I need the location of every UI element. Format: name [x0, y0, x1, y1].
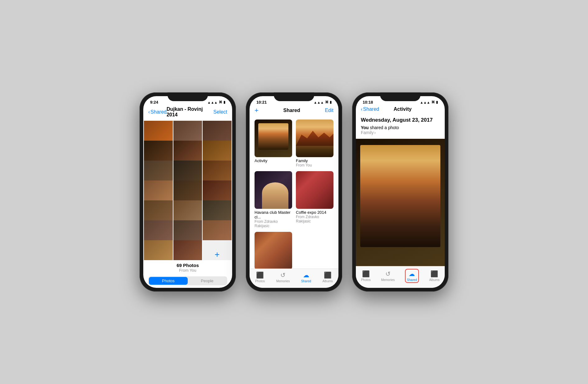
activity-link[interactable]: Family › [361, 130, 440, 135]
activity-date: Wednesday, August 23, 2017 [361, 117, 440, 123]
activity-thumb [255, 119, 292, 157]
phone-1: 9:24 ▲▲▲ ⌘ ▮ ‹ Shared Dujkan - Rovinj 20… [140, 92, 236, 292]
signal-icon-1: ▲▲▲ [207, 101, 218, 104]
shared-item-expo[interactable]: Coffie expo 2014 From Zdravko Rakijasic [296, 171, 333, 228]
havana-thumb-img [255, 171, 292, 209]
nav-bar-3: ‹ Shared Activity [356, 106, 445, 115]
family-thumb-img [296, 119, 333, 157]
wifi-icon-2: ⌘ [325, 100, 328, 104]
photo-cell-19[interactable] [144, 240, 173, 260]
memories-tab-label-2: Memories [276, 279, 290, 283]
expo-sub: From Zdravko Rakijasic [296, 215, 333, 223]
segment-control: Photos People [148, 276, 227, 285]
shared-item-havana[interactable]: Havana club Master cl... From Zdravko Ra… [255, 171, 292, 228]
albums-tab-label-2: Albums [322, 279, 333, 283]
memories-tab-icon-3: ↺ [385, 270, 391, 278]
back-button-1[interactable]: ‹ Shared [148, 109, 167, 115]
select-button-1[interactable]: Select [214, 109, 227, 115]
albums-tab-icon-3: ⬛ [430, 270, 438, 278]
add-button-2[interactable]: + [255, 106, 259, 115]
chevron-left-icon-1: ‹ [148, 109, 150, 115]
photos-tab-label-3: Photos [361, 278, 371, 282]
phone-3: 10:18 ▲▲▲ ⌘ ▮ ‹ Shared Activity Wednesda… [352, 92, 448, 292]
family-sub: From You [296, 163, 333, 167]
status-icons-1: ▲▲▲ ⌘ ▮ [207, 100, 225, 104]
tab-photos-2[interactable]: ⬛ Photos [255, 271, 265, 283]
shared-item-dujkan[interactable]: Dujkan - Rovinj 2014 [255, 232, 292, 269]
battery-icon-2: ▮ [330, 100, 332, 104]
activity-name: Activity [255, 158, 292, 163]
shared-tab-label-3: Shared [407, 278, 417, 282]
photo-count: 69 Photos [143, 263, 232, 268]
battery-icon-1: ▮ [223, 100, 225, 104]
activity-you: You [361, 125, 369, 130]
activity-thumb-img [255, 119, 292, 157]
nav-bar-1: ‹ Shared Dujkan - Rovinj 2014 Select [143, 106, 232, 120]
memories-tab-label-3: Memories [381, 278, 395, 282]
expo-thumb [296, 171, 333, 209]
tab-memories-3[interactable]: ↺ Memories [381, 270, 395, 282]
status-time-2: 10:21 [256, 100, 267, 105]
photos-tab-label-2: Photos [255, 279, 265, 283]
tab-shared-3[interactable]: ☁ Shared [405, 269, 419, 283]
shared-tab-label-2: Shared [301, 279, 311, 283]
havana-name: Havana club Master cl... [255, 210, 292, 219]
tab-bar-3: ⬛ Photos ↺ Memories ☁ Shared ⬛ Albums [356, 266, 445, 288]
shared-tab-icon-3: ☁ [409, 270, 415, 278]
album-link-label: Family [361, 130, 374, 135]
wifi-icon-3: ⌘ [431, 100, 435, 104]
photos-tab-icon-3: ⬛ [362, 270, 370, 278]
activity-photo[interactable] [356, 139, 445, 266]
notch-2 [274, 92, 314, 101]
photo-from: From You [143, 268, 232, 273]
photo-grid-1: + [143, 120, 232, 260]
nav-title-2: Shared [283, 108, 300, 113]
status-icons-2: ▲▲▲ ⌘ ▮ [314, 100, 332, 104]
signal-icon-3: ▲▲▲ [420, 101, 430, 104]
wifi-icon-1: ⌘ [219, 100, 222, 104]
notch-3 [380, 92, 420, 101]
back-label-3: Shared [363, 106, 379, 112]
add-icon: + [214, 250, 219, 260]
activity-header: Wednesday, August 23, 2017 You shared a … [356, 115, 445, 139]
dujkan-thumb-img [255, 232, 292, 269]
laptop-screen [360, 145, 440, 247]
tab-albums-3[interactable]: ⬛ Albums [429, 270, 439, 282]
back-button-3[interactable]: ‹ Shared [361, 106, 379, 112]
tab-bar-2: ⬛ Photos ↺ Memories ☁ Shared ⬛ Albums [250, 269, 338, 288]
signal-icon-2: ▲▲▲ [314, 101, 324, 104]
nav-title-1: Dujkan - Rovinj 2014 [167, 106, 214, 118]
edit-button-2[interactable]: Edit [325, 108, 333, 113]
tab-shared-2[interactable]: ☁ Shared [301, 271, 311, 283]
family-name: Family [296, 158, 333, 163]
people-segment-btn[interactable]: People [188, 277, 227, 285]
tab-albums-2[interactable]: ⬛ Albums [322, 271, 333, 283]
photo-footer: 69 Photos From You [143, 260, 232, 274]
notch-1 [168, 92, 208, 101]
memories-tab-icon-2: ↺ [280, 271, 286, 279]
albums-tab-label-3: Albums [429, 278, 439, 282]
status-icons-3: ▲▲▲ ⌘ ▮ [420, 100, 438, 104]
shared-list: Activity Family From You Havana club Mas… [250, 117, 338, 269]
havana-sub: From Zdravko Rakijasic [255, 219, 292, 228]
photos-tab-icon-2: ⬛ [256, 271, 264, 279]
tab-photos-3[interactable]: ⬛ Photos [361, 270, 371, 282]
photo-cell-20[interactable] [173, 240, 202, 260]
activity-action: shared a photo [370, 125, 399, 130]
phone-2: 10:21 ▲▲▲ ⌘ ▮ + Shared Edit Activity [246, 92, 342, 292]
dujkan-thumb [255, 232, 292, 269]
activity-text: You shared a photo [361, 125, 440, 130]
tab-memories-2[interactable]: ↺ Memories [276, 271, 290, 283]
add-photo-cell[interactable]: + [203, 240, 232, 260]
activity-photo-img [356, 139, 445, 266]
chevron-left-icon-3: ‹ [361, 106, 362, 112]
expo-name: Coffie expo 2014 [296, 210, 333, 215]
family-thumb [296, 119, 333, 157]
shared-item-family[interactable]: Family From You [296, 119, 333, 167]
albums-tab-icon-2: ⬛ [324, 271, 332, 279]
photos-segment-btn[interactable]: Photos [149, 277, 188, 285]
expo-thumb-img [296, 171, 333, 209]
shared-item-activity[interactable]: Activity [255, 119, 292, 167]
status-time-1: 9:24 [150, 100, 158, 105]
status-time-3: 10:18 [363, 100, 373, 105]
